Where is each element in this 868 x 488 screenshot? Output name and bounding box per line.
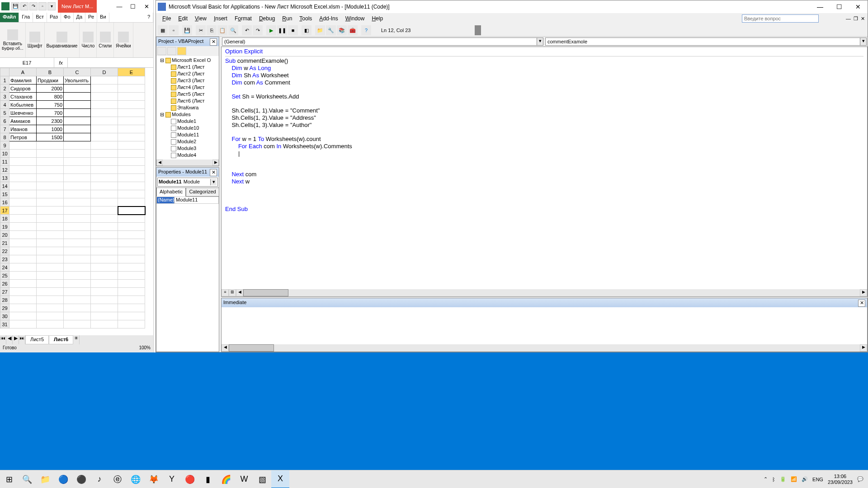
cell[interactable]	[64, 223, 91, 231]
cell[interactable]	[64, 263, 91, 272]
cell[interactable]	[91, 101, 118, 109]
col-header-e[interactable]: E	[118, 68, 145, 76]
cell[interactable]	[37, 141, 64, 150]
cell[interactable]	[37, 288, 64, 296]
properties-object-combo[interactable]: Module11 Module ▾	[157, 178, 218, 187]
row-header[interactable]: 2	[0, 84, 9, 93]
cell[interactable]	[91, 231, 118, 239]
sheet-nav-prev-icon[interactable]: ◀	[6, 335, 13, 344]
cell[interactable]	[91, 141, 118, 150]
tb-paste-icon[interactable]: 📋	[217, 25, 227, 35]
cell[interactable]	[91, 109, 118, 117]
col-header-b[interactable]: B	[37, 68, 64, 76]
cell[interactable]	[91, 84, 118, 93]
cell[interactable]	[64, 190, 91, 198]
cell[interactable]: Продажи	[37, 76, 64, 84]
cell[interactable]	[118, 198, 145, 206]
sheet-nav-last-icon[interactable]: ⏭	[19, 335, 25, 344]
menu-format[interactable]: Format	[231, 14, 255, 23]
cell[interactable]	[9, 280, 37, 288]
cell[interactable]	[9, 141, 37, 150]
row-header[interactable]: 18	[0, 215, 9, 223]
tray-volume-icon[interactable]: 🔊	[802, 476, 808, 482]
cell[interactable]	[64, 150, 91, 158]
paste-icon[interactable]	[7, 29, 18, 40]
cell[interactable]	[9, 263, 37, 272]
ie-icon[interactable]: ⓔ	[108, 470, 127, 488]
scroll-right-icon[interactable]: ▶	[860, 344, 867, 352]
cell[interactable]	[64, 198, 91, 206]
tb-break-icon[interactable]: ❚❚	[277, 25, 287, 35]
object-dropdown[interactable]: (General) ▾	[222, 38, 543, 46]
cell[interactable]	[9, 296, 37, 304]
cell[interactable]	[9, 320, 37, 328]
cell[interactable]: Стаханов	[9, 93, 37, 101]
chevron-down-icon[interactable]: ▾	[860, 38, 866, 45]
proj-view-obj-icon[interactable]	[167, 47, 176, 55]
row-header[interactable]: 10	[0, 150, 9, 158]
cell[interactable]	[118, 239, 145, 247]
cell[interactable]: 2300	[37, 117, 64, 125]
code-content[interactable]: Option Explicit Sub commentExamole() Dim…	[222, 47, 867, 214]
col-header-d[interactable]: D	[91, 68, 118, 76]
tb-undo-icon[interactable]: ↶	[242, 25, 252, 35]
cell[interactable]	[64, 109, 91, 117]
scroll-right-icon[interactable]: ▶	[212, 160, 219, 166]
cell[interactable]	[118, 215, 145, 223]
tree-node-module[interactable]: Module1	[157, 118, 218, 125]
tree-node-workbook[interactable]: ЭтаКнига	[157, 104, 218, 111]
row-header[interactable]: 11	[0, 158, 9, 166]
cell[interactable]	[91, 158, 118, 166]
scroll-left-icon[interactable]: ◀	[156, 160, 163, 166]
cell[interactable]	[91, 174, 118, 182]
cell[interactable]: 750	[37, 101, 64, 109]
row-header[interactable]: 9	[0, 141, 9, 150]
new-sheet-icon[interactable]: ✳	[73, 335, 80, 344]
cell[interactable]	[37, 158, 64, 166]
row-header[interactable]: 30	[0, 312, 9, 320]
cell[interactable]	[118, 280, 145, 288]
row-header[interactable]: 27	[0, 288, 9, 296]
cell[interactable]	[64, 158, 91, 166]
cell[interactable]	[9, 190, 37, 198]
cell[interactable]	[9, 231, 37, 239]
tree-node-sheet[interactable]: Лист2 (Лист	[157, 70, 218, 77]
qat-undo-icon[interactable]: ↶	[20, 2, 28, 10]
cell[interactable]	[118, 312, 145, 320]
tree-node-sheet[interactable]: Лист6 (Лист	[157, 98, 218, 104]
cell[interactable]: Амиаков	[9, 117, 37, 125]
excel-minimize-icon[interactable]: —	[113, 3, 126, 10]
col-header-c[interactable]: C	[64, 68, 91, 76]
cell[interactable]	[9, 255, 37, 263]
cell[interactable]	[91, 255, 118, 263]
ribbon-tab-data[interactable]: Да	[74, 13, 86, 22]
cell[interactable]	[64, 206, 91, 215]
cell[interactable]	[9, 150, 37, 158]
child-close-icon[interactable]: ✕	[861, 16, 865, 22]
cell[interactable]	[118, 166, 145, 174]
cell[interactable]	[37, 206, 64, 215]
cell[interactable]	[118, 288, 145, 296]
row-header[interactable]: 22	[0, 247, 9, 255]
menu-help[interactable]: Help	[368, 14, 387, 23]
cell[interactable]: 1000	[37, 125, 64, 133]
cell[interactable]	[118, 76, 145, 84]
row-header[interactable]: 12	[0, 166, 9, 174]
tray-bluetooth-icon[interactable]: ᛒ	[772, 477, 775, 482]
row-header[interactable]: 19	[0, 223, 9, 231]
tb-redo-icon[interactable]: ↷	[253, 25, 263, 35]
cell[interactable]	[64, 247, 91, 255]
cell[interactable]	[9, 166, 37, 174]
tiktok-icon[interactable]: ♪	[90, 470, 108, 488]
cell[interactable]	[91, 93, 118, 101]
sheet-tab[interactable]: Лист5	[25, 335, 49, 344]
sheet-tab-active[interactable]: Лист6	[49, 335, 73, 344]
cell[interactable]	[9, 174, 37, 182]
row-header[interactable]: 26	[0, 280, 9, 288]
cell[interactable]	[37, 296, 64, 304]
ribbon-tab-formulas[interactable]: Фо	[61, 13, 73, 22]
row-header[interactable]: 28	[0, 296, 9, 304]
sheet-nav-first-icon[interactable]: ⏮	[0, 335, 6, 344]
procedure-dropdown[interactable]: commentExamole ▾	[545, 38, 867, 46]
tree-node-sheet[interactable]: Лист3 (Лист	[157, 77, 218, 84]
